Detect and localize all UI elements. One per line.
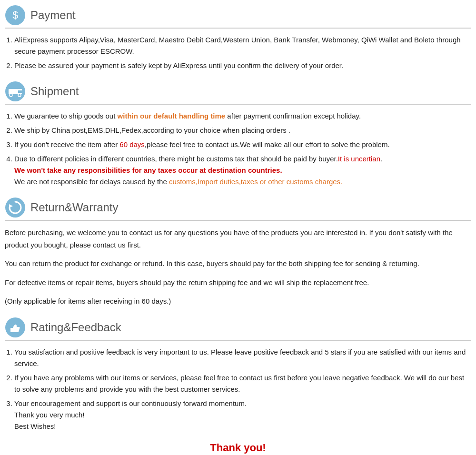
payment-header: $ Payment	[5, 5, 471, 29]
shipment-item-4-period: .	[380, 155, 382, 163]
svg-point-8	[5, 198, 25, 218]
shipment-item-1-highlight: within our default handling time	[118, 112, 226, 120]
return-para-2: You can return the product for exchange …	[5, 257, 471, 270]
payment-title: Payment	[30, 9, 76, 22]
shipment-item-4-bold: We won't take any responsibilities for a…	[14, 166, 282, 174]
svg-text:$: $	[12, 9, 18, 21]
rating-item-1: You satisfaction and positive feedback i…	[14, 346, 471, 369]
shipment-item-1-post: after payment confirmation except holida…	[225, 112, 361, 120]
shipment-item-1: We guarantee to ship goods out within ou…	[14, 110, 471, 122]
rating-item-3: Your encouragement and support is our co…	[14, 398, 471, 432]
rating-header: Rating&Feedback	[5, 317, 471, 341]
rating-section: Rating&Feedback You satisfaction and pos…	[5, 317, 471, 432]
rating-icon	[5, 317, 26, 338]
shipment-item-4-last-pre: We are not responsible for delays caused…	[14, 178, 169, 186]
shipment-item-4: Due to different policies in different c…	[14, 153, 471, 188]
rating-item-3-sub1: Thank you very much!	[14, 411, 85, 419]
payment-item-2: Please be assured your payment is safely…	[14, 60, 471, 71]
shipment-item-2: We ship by China post,EMS,DHL,Fedex,acco…	[14, 125, 471, 136]
shipment-item-1-pre: We guarantee to ship goods out	[14, 112, 118, 120]
shipment-item-4-pre: Due to different policies in different c…	[14, 155, 338, 163]
shipment-list: We guarantee to ship goods out within ou…	[5, 110, 471, 188]
return-section: Return&Warranty Before purchasing, we we…	[5, 197, 471, 307]
payment-icon: $	[5, 5, 26, 26]
rating-item-2: If you have any problems with our items …	[14, 372, 471, 395]
return-header: Return&Warranty	[5, 197, 471, 221]
return-title: Return&Warranty	[30, 201, 119, 214]
svg-point-6	[10, 94, 12, 97]
thankyou-text: Thank you!	[5, 442, 471, 454]
payment-list: AliExpress supports Alipay,Visa, MasterC…	[5, 34, 471, 71]
return-para-3: For defective items or repair items, buy…	[5, 277, 471, 289]
shipment-item-3-pre: If you don't receive the item after	[14, 140, 119, 148]
shipment-item-4-last-highlight: customs,Import duties,taxes or other cus…	[169, 178, 342, 186]
svg-rect-3	[9, 89, 18, 94]
return-icon	[5, 197, 26, 218]
shipment-icon	[5, 81, 26, 102]
return-para-4: (Only applicable for items after receivi…	[5, 295, 471, 307]
shipment-item-3-post: ,please feel free to contact us.We will …	[145, 140, 390, 148]
payment-section: $ Payment AliExpress supports Alipay,Vis…	[5, 5, 471, 71]
svg-point-7	[18, 94, 21, 97]
shipment-item-3: If you don't receive the item after 60 d…	[14, 139, 471, 150]
svg-rect-5	[18, 90, 22, 93]
rating-item-3-main: Your encouragement and support is our co…	[14, 399, 247, 407]
return-para-1: Before purchasing, we welcome you to con…	[5, 227, 471, 251]
rating-list: You satisfaction and positive feedback i…	[5, 346, 471, 432]
shipment-item-3-highlight: 60 days	[119, 140, 145, 148]
payment-item-1: AliExpress supports Alipay,Visa, MasterC…	[14, 34, 471, 57]
rating-item-3-sub2: Best Wishes!	[14, 422, 56, 430]
shipment-item-4-highlight: It is uncertian	[338, 155, 380, 163]
shipment-header: Shipment	[5, 81, 471, 105]
rating-title: Rating&Feedback	[30, 321, 121, 334]
shipment-title: Shipment	[30, 85, 79, 98]
shipment-section: Shipment We guarantee to ship goods out …	[5, 81, 471, 188]
